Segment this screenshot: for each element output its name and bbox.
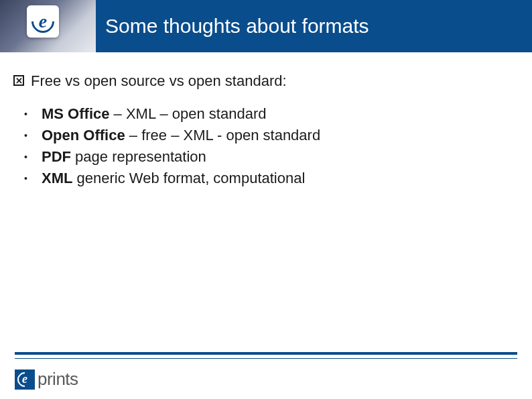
bullet-text: XML generic Web format, computational [42, 169, 305, 188]
slide-title: Some thoughts about formats [105, 15, 369, 38]
header-bar: e Some thoughts about formats [0, 0, 532, 52]
list-item: • MS Office – XML – open standard [24, 105, 509, 123]
list-item: • Open Office – free – XML - open standa… [24, 126, 509, 145]
footer-divider-thick [15, 352, 517, 355]
footer-logo: e prints [15, 369, 78, 390]
checkbox-x-icon: ✕ [13, 75, 24, 86]
header-logo-letter: e [39, 11, 47, 32]
footer-logo-letter: e [22, 372, 27, 386]
bullet-icon: • [24, 148, 28, 166]
header-logo-icon: e [27, 5, 59, 38]
bullet-icon: • [24, 169, 28, 188]
bullet-text: MS Office – XML – open standard [42, 105, 266, 123]
bullet-icon: • [24, 126, 28, 145]
bullet-text: Open Office – free – XML - open standard [42, 126, 320, 145]
header-bg-image: e [0, 0, 96, 52]
bullet-icon: • [24, 105, 28, 123]
footer-divider-thin [15, 358, 517, 359]
heading-text: Free vs open source vs open standard: [31, 72, 287, 90]
footer-logo-icon: e [15, 369, 35, 390]
slide-content: ✕ Free vs open source vs open standard: … [13, 72, 509, 190]
heading-row: ✕ Free vs open source vs open standard: [13, 72, 509, 90]
list-item: • PDF page representation [24, 148, 509, 166]
bullet-text: PDF page representation [42, 148, 206, 166]
list-item: • XML generic Web format, computational [24, 169, 509, 188]
footer-brand-text: prints [38, 369, 78, 390]
bullet-list: • MS Office – XML – open standard • Open… [24, 105, 509, 188]
